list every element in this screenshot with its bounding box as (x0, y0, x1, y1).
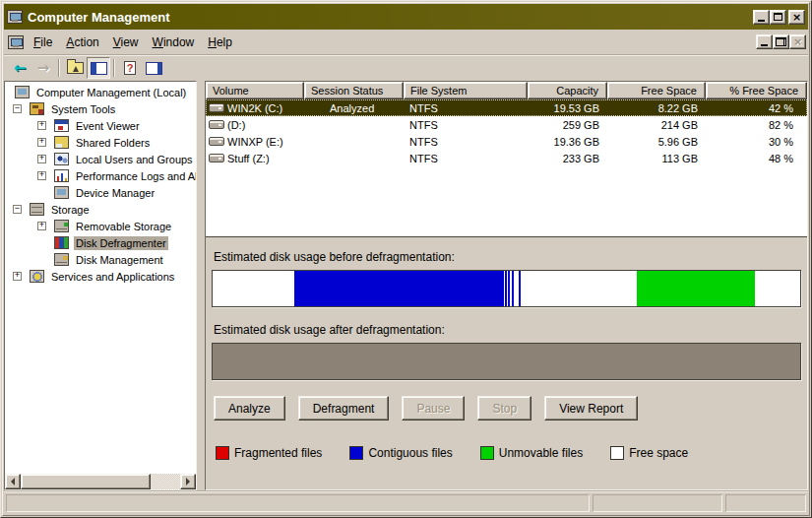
menu-bar: FileActionViewWindowHelp × (4, 30, 808, 54)
computer-management-app-icon[interactable] (7, 10, 23, 24)
child-close-button: × (789, 34, 806, 49)
tree-item-storage[interactable]: −Storage (5, 201, 196, 218)
device-manager-icon (54, 186, 69, 199)
capacity-cell: 19.53 GB (528, 102, 607, 114)
up-one-level-folder-button[interactable] (63, 57, 87, 79)
unmovable-segment (637, 271, 755, 306)
legend-label: Unmovable files (499, 446, 583, 460)
free-segment (213, 271, 294, 306)
volume-name: WINXP (E:) (227, 136, 283, 148)
volume-cell: WINXP (E:) (206, 136, 304, 148)
removable-storage-icon (54, 220, 69, 232)
usage-bar-after (212, 343, 801, 380)
expand-box-icon[interactable]: + (37, 222, 46, 230)
tree-item-system-tools[interactable]: −System Tools (5, 100, 196, 117)
forward-arrow-button: → (31, 57, 55, 79)
tree-item-device-manager[interactable]: Device Manager (5, 184, 196, 201)
tree-item-label: Device Manager (74, 186, 156, 200)
export-list-icon (146, 62, 162, 75)
tree-horizontal-scrollbar[interactable] (5, 474, 196, 489)
scroll-left-icon (11, 478, 15, 486)
tree-item-performance-logs-and-alerts[interactable]: +Performance Logs and Alerts (5, 167, 196, 184)
legend-item-contiguous: Contiguous files (349, 446, 452, 460)
tree-item-shared-folders[interactable]: +Shared Folders (5, 134, 196, 151)
expand-box-icon[interactable]: + (37, 121, 46, 130)
tree-item-computer-management-local-[interactable]: Computer Management (Local) (5, 84, 196, 100)
child-restore-icon (776, 37, 786, 46)
help-button[interactable] (118, 57, 142, 79)
expand-box-icon[interactable]: + (37, 155, 46, 163)
column-header-file-system[interactable]: File System (404, 82, 528, 99)
legend-label: Contiguous files (368, 446, 452, 460)
column-header-capacity[interactable]: Capacity (528, 82, 607, 99)
tree-item-removable-storage[interactable]: +Removable Storage (5, 218, 196, 234)
child-restore-button[interactable] (773, 34, 789, 49)
tree-item-label: Storage (49, 203, 92, 217)
close-button[interactable]: × (788, 10, 805, 25)
main-area: Computer Management (Local)−System Tools… (4, 81, 808, 490)
drive-icon (209, 120, 224, 129)
menu-item-window[interactable]: Window (146, 32, 202, 52)
child-minimize-icon (761, 44, 768, 46)
defragmenter-panel: Estimated disk usage before defragmentat… (206, 237, 807, 489)
drive-icon (209, 154, 224, 162)
volume-row[interactable]: Stuff (Z:)NTFS233 GB113 GB48 % (206, 150, 807, 166)
menu-item-file[interactable]: File (27, 32, 59, 52)
pct-free-space-cell: 30 % (706, 136, 801, 148)
free-space-cell: 113 GB (607, 153, 706, 164)
show-console-tree-icon (91, 62, 107, 75)
performance-icon (54, 169, 69, 182)
volume-row[interactable]: WINXP (E:)NTFS19.36 GB5.96 GB30 % (206, 133, 807, 150)
tree-item-label: Performance Logs and Alerts (74, 169, 196, 183)
menu-item-help[interactable]: Help (201, 32, 239, 52)
collapse-box-icon[interactable]: − (13, 104, 22, 113)
scrollbar-track[interactable] (151, 474, 180, 489)
scroll-right-button[interactable] (180, 474, 196, 489)
menu-item-view[interactable]: View (106, 32, 146, 52)
maximize-icon (774, 13, 782, 21)
child-minimize-button[interactable] (756, 34, 773, 49)
tree-item-disk-defragmenter[interactable]: Disk Defragmenter (5, 234, 196, 251)
export-list-button[interactable] (142, 57, 165, 79)
minimize-button[interactable] (753, 10, 770, 25)
pane-splitter[interactable] (197, 81, 205, 490)
menu-item-action[interactable]: Action (59, 32, 105, 52)
free-segment (521, 271, 637, 306)
show-console-tree-button[interactable] (87, 57, 110, 79)
session-status-cell: Analyzed (304, 102, 404, 114)
volume-cell: WIN2K (C:) (206, 102, 304, 114)
scrollbar-thumb[interactable] (21, 474, 151, 489)
defragment-button[interactable]: Defragment (298, 396, 390, 421)
before-defrag-label: Estimated disk usage before defragmentat… (214, 250, 801, 264)
expand-box-icon[interactable]: + (13, 272, 22, 281)
back-arrow-button[interactable]: ← (8, 57, 31, 79)
child-window-system-icon[interactable] (8, 35, 24, 49)
volume-list-header: VolumeSession StatusFile SystemCapacityF… (206, 82, 807, 99)
disk-defragmenter-icon (54, 236, 69, 249)
status-pane-main (6, 494, 590, 512)
collapse-box-icon[interactable]: − (13, 205, 22, 214)
column-header-session-status[interactable]: Session Status (304, 82, 404, 99)
tree-item-event-viewer[interactable]: +Event Viewer (5, 117, 196, 134)
free-space-cell: 5.96 GB (607, 136, 706, 148)
capacity-cell: 259 GB (528, 119, 607, 131)
maximize-button[interactable] (770, 10, 786, 25)
details-pane: VolumeSession StatusFile SystemCapacityF… (205, 81, 808, 490)
legend: Fragmented filesContiguous filesUnmovabl… (216, 446, 801, 460)
analyze-button[interactable]: Analyze (214, 396, 285, 421)
expand-box-icon[interactable]: + (37, 171, 46, 180)
column-header--free-space[interactable]: % Free Space (706, 82, 807, 99)
volume-row[interactable]: (D:)NTFS259 GB214 GB82 % (206, 116, 807, 133)
expand-box-icon[interactable]: + (37, 138, 46, 147)
file-system-cell: NTFS (404, 136, 528, 148)
column-header-free-space[interactable]: Free Space (607, 82, 706, 99)
scroll-left-button[interactable] (5, 474, 21, 489)
tree-item-disk-management[interactable]: Disk Management (5, 251, 196, 268)
volume-name: (D:) (227, 119, 245, 131)
view-report-button[interactable]: View Report (544, 396, 638, 421)
title-bar[interactable]: Computer Management × (4, 4, 808, 30)
tree-item-local-users-and-groups[interactable]: +Local Users and Groups (5, 151, 196, 167)
tree-item-services-and-applications[interactable]: +Services and Applications (5, 268, 196, 285)
column-header-volume[interactable]: Volume (206, 82, 304, 99)
volume-row[interactable]: WIN2K (C:)AnalyzedNTFS19.53 GB8.22 GB42 … (206, 99, 807, 116)
